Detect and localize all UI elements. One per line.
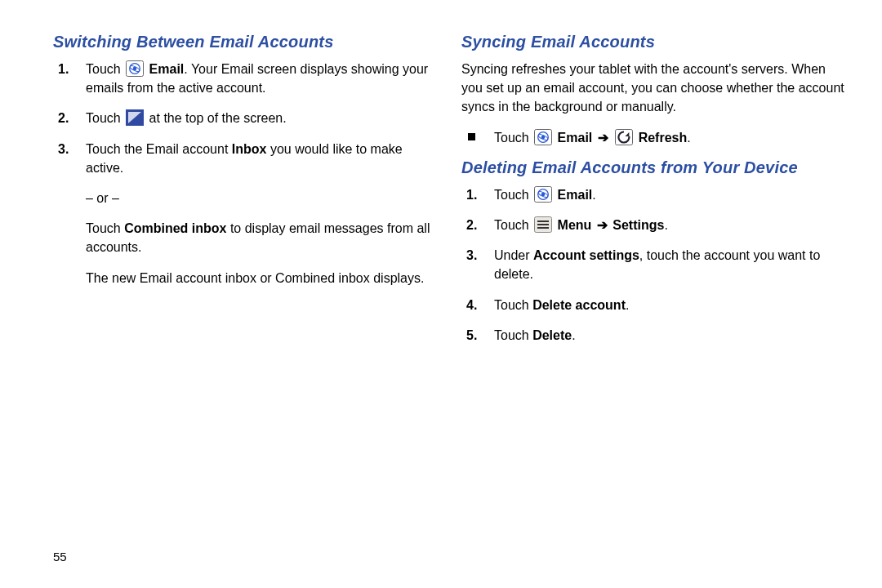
text: at the top of the screen. xyxy=(149,111,287,125)
svg-rect-16 xyxy=(537,224,549,225)
switching-steps: Touch Email. Your Email screen displays … xyxy=(53,60,437,287)
text: Touch xyxy=(494,131,532,145)
syncing-description: Syncing refreshes your tablet with the a… xyxy=(461,60,845,117)
inbox-label: Inbox xyxy=(232,142,267,156)
sync-bullet: Touch Email ➔ xyxy=(461,128,845,147)
email-app-icon xyxy=(534,129,552,145)
svg-rect-17 xyxy=(537,227,549,229)
left-column: Switching Between Email Accounts Touch E… xyxy=(53,33,437,356)
text: Touch xyxy=(494,328,532,342)
refresh-icon xyxy=(615,129,633,145)
text: Touch xyxy=(86,111,124,125)
text: Touch the Email account xyxy=(86,142,232,156)
delete-account-label: Delete account xyxy=(532,298,626,312)
del-step-1: Touch Email. xyxy=(461,185,845,204)
email-app-icon xyxy=(126,60,144,77)
email-app-icon xyxy=(534,186,552,203)
step-1: Touch Email. Your Email screen displays … xyxy=(53,60,437,97)
text: . xyxy=(572,328,575,342)
arrow-icon: ➔ xyxy=(597,218,608,232)
or-separator: – or – xyxy=(86,189,437,207)
text: . xyxy=(664,218,667,232)
step-2: Touch at the top of the screen. xyxy=(53,109,437,127)
del-step-2: Touch Menu ➔ Settings. xyxy=(461,216,845,234)
del-step-4: Touch Delete account. xyxy=(461,296,845,314)
text: Touch xyxy=(86,62,124,76)
text: Touch xyxy=(86,221,124,235)
refresh-label: Refresh xyxy=(639,131,688,145)
settings-label: Settings xyxy=(612,218,664,232)
heading-syncing: Syncing Email Accounts xyxy=(461,33,845,51)
page-number: 55 xyxy=(53,550,67,564)
del-step-3: Under Account settings, touch the accoun… xyxy=(461,246,845,283)
step-3: Touch the Email account Inbox you would … xyxy=(53,140,437,287)
text: Touch xyxy=(494,188,532,202)
heading-deleting: Deleting Email Accounts from Your Device xyxy=(461,158,845,177)
text: . xyxy=(592,188,595,202)
email-label: Email xyxy=(558,131,593,145)
menu-label: Menu xyxy=(558,218,592,232)
text: Touch xyxy=(494,298,532,312)
delete-label: Delete xyxy=(532,328,572,342)
heading-switching: Switching Between Email Accounts xyxy=(53,33,437,51)
email-label: Email xyxy=(558,188,593,202)
result-para: The new Email account inbox or Combined … xyxy=(86,269,437,287)
account-settings-label: Account settings xyxy=(533,248,639,262)
text: . xyxy=(626,298,629,312)
combined-inbox-para: Touch Combined inbox to display email me… xyxy=(86,219,437,256)
email-label: Email xyxy=(149,62,185,76)
del-step-5: Touch Delete. xyxy=(461,326,845,345)
text: Under xyxy=(494,248,533,262)
svg-rect-15 xyxy=(537,220,549,222)
menu-icon xyxy=(534,216,552,233)
text: . xyxy=(687,131,690,145)
arrow-icon: ➔ xyxy=(598,131,608,145)
dropdown-triangle-icon xyxy=(126,109,144,126)
right-column: Syncing Email Accounts Syncing refreshes… xyxy=(461,33,845,356)
deleting-steps: Touch Email. Touch xyxy=(461,185,845,345)
two-column-layout: Switching Between Email Accounts Touch E… xyxy=(53,33,858,356)
combined-inbox-label: Combined inbox xyxy=(124,221,226,235)
manual-page: Switching Between Email Accounts Touch E… xyxy=(0,0,882,588)
text: Touch xyxy=(494,218,532,232)
